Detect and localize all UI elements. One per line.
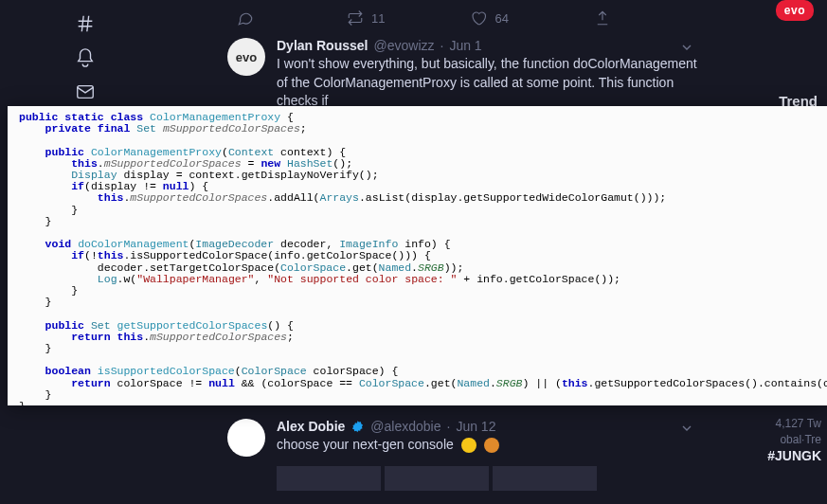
type-set: Set [136,122,156,135]
code-text: } [19,388,52,401]
brand-badge[interactable]: evo [776,0,814,21]
code-text: } [19,215,52,227]
code-block: public static class ColorManagementProxy… [8,106,827,405]
code-text: .get( [346,261,379,274]
media-cell[interactable] [493,466,597,491]
author-handle[interactable]: @evowizz [373,38,434,53]
code-text: .w( [117,273,137,285]
type-hashset: HashSet [287,157,333,170]
media-cell[interactable] [277,466,381,491]
hash-icon[interactable] [75,13,96,34]
type-colorspace: ColorSpace [280,261,346,274]
kw-if: if [71,180,84,192]
code-snippet-overlay: public static class ColorManagementProxy… [8,106,827,405]
punct: . [411,261,418,274]
author-name[interactable]: Dylan Roussel [277,38,368,53]
trend-hashtag[interactable]: #JUNGK [767,447,821,466]
mail-icon[interactable] [75,81,96,102]
kw-null: null [163,180,189,192]
code-text: info) { [398,238,450,250]
kw-return: return [71,331,110,343]
kw-static: static [64,111,103,123]
code-text: } [19,284,78,297]
type-colorspace: ColorSpace [359,377,424,389]
bell-icon[interactable] [75,47,96,68]
trend-count: 4,127 Tw [767,416,821,432]
const-srgb: SRGB [496,377,523,389]
code-text: } [19,296,52,308]
tweet-lower[interactable]: Alex Dobie @alexdobie · Jun 12 choose yo… [171,415,761,504]
code-text: && (colorSpace == [235,377,359,389]
code-text: } [19,204,78,216]
code-text: = [242,157,261,170]
field: mSupportedColorSpaces [163,122,300,135]
thinking-emoji-icon [484,438,499,453]
avatar[interactable]: evo [227,38,265,76]
type-log: Log [98,273,117,285]
tweet-text-span: choose your next-gen console [277,437,454,452]
code-text: .get( [424,377,458,389]
code-text: context) { [274,146,346,158]
media-grid[interactable] [277,466,704,491]
code-text: .isSupportedColorSpace(info.getColorSpac… [123,249,430,261]
punct: ; [300,122,307,135]
tweet-date[interactable]: Jun 1 [449,38,481,53]
code-text: colorSpace) { [307,365,399,377]
punct: ( [222,146,228,158]
kw-this: this [562,377,588,389]
punct: . [98,157,104,170]
string-literal: "Not supported color space: " [267,273,457,285]
code-text: .asList(display.getSupportedWideColorGam… [359,191,666,204]
kw-public: public [19,111,58,123]
type-named: Named [457,377,490,389]
tweet-text: choose your next-gen console [277,436,704,455]
kw-this: this [71,157,98,170]
code-text: decoder.setTargetColorSpace( [98,261,280,274]
chevron-down-icon[interactable] [679,421,694,440]
avatar[interactable] [227,419,265,457]
kw-this: this [98,191,124,204]
share-metric[interactable] [594,9,619,27]
tweet-body: Alex Dobie @alexdobie · Jun 12 choose yo… [277,419,704,491]
tweet-date[interactable]: Jun 12 [456,419,495,434]
retweet-metric[interactable]: 11 [347,9,385,27]
punct: , [255,273,268,285]
code-text: + info.getColorSpace()); [457,273,620,285]
like-metric[interactable]: 64 [470,9,508,27]
kw-return: return [71,377,110,389]
reply-metric[interactable] [237,9,261,27]
code-text: display = context.getDisplayNoVerify(); [117,169,379,181]
punct: )); [444,261,464,274]
code-text: decoder, [274,238,339,250]
author-handle[interactable]: @alexdobie [370,419,440,434]
kw-final: final [98,122,131,135]
method-name: getSupportedColorSpaces [117,319,268,332]
verified-badge-icon [351,420,365,434]
punct: ( [235,365,242,377]
field: mSupportedColorSpaces [150,331,287,343]
kw-class: class [111,111,144,123]
code-text: () { [267,319,294,332]
code-text: colorSpace != [111,377,209,389]
thinking-emoji-icon [461,438,476,453]
kw-public: public [45,146,84,158]
kw-if: if [71,249,84,261]
type-context: Context [228,146,274,158]
field: mSupportedColorSpaces [130,191,267,204]
media-cell[interactable] [385,466,489,491]
trend-stats: 4,127 Tw obal·Tre #JUNGK [767,416,821,466]
type-imagedecoder: ImageDecoder [195,238,274,250]
kw-private: private [45,122,91,135]
trend-meta: obal·Tre [767,432,821,448]
punct: { [280,111,294,123]
author-name[interactable]: Alex Dobie [277,419,345,434]
code-text: .addAll( [267,191,319,204]
type-display: Display [71,169,117,181]
code-text: } [19,342,52,354]
tweet-header: Alex Dobie @alexdobie · Jun 12 [277,419,704,434]
chevron-down-icon[interactable] [679,40,694,59]
code-text: (! [84,249,98,261]
code-text: } [19,400,26,405]
kw-this: this [117,331,144,343]
retweet-count: 11 [371,11,385,26]
